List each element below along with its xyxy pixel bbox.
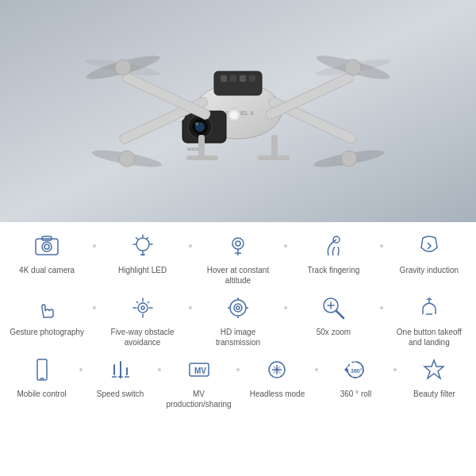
- svg-point-30: [119, 151, 135, 167]
- track-icon: [317, 230, 349, 262]
- feature-obstacle-label: Five-way obstacle avoidance: [103, 327, 182, 347]
- feature-takeoff: One button takeoff and landing: [390, 292, 469, 347]
- feature-track-label: Track fingering: [308, 265, 360, 275]
- feature-led: Highlight LED: [103, 230, 182, 275]
- features-grid: 4K dual camera Highlight LED Hover at co…: [0, 222, 476, 420]
- feature-hd: HD image transmission: [198, 292, 278, 347]
- feature-gesture-label: Gesture photography: [10, 327, 84, 337]
- dot-8: [380, 306, 383, 309]
- feature-headless: Headless mode: [240, 354, 315, 399]
- svg-text:360°: 360°: [351, 368, 363, 374]
- svg-rect-2: [214, 71, 262, 95]
- features-row-1: 4K dual camera Highlight LED Hover at co…: [4, 230, 472, 286]
- feature-beauty-label: Beauty filter: [413, 389, 455, 399]
- svg-point-28: [115, 60, 131, 75]
- dot-5: [93, 306, 96, 309]
- feature-gesture: Gesture photography: [7, 292, 86, 337]
- svg-point-57: [230, 300, 246, 316]
- feature-4k-camera-label: 4K dual camera: [19, 265, 75, 275]
- svg-point-12: [195, 122, 198, 125]
- svg-rect-33: [271, 135, 278, 159]
- drone-hero-image: MODEL II WIDE: [0, 0, 476, 222]
- feature-hover-label: Hover at constant altitude: [198, 265, 278, 286]
- gravity-icon: [413, 230, 445, 262]
- feature-hd-label: HD image transmission: [198, 327, 278, 347]
- feature-led-label: Highlight LED: [118, 265, 167, 275]
- svg-point-51: [138, 303, 148, 313]
- feature-4k-camera: 4K dual camera: [7, 230, 86, 275]
- svg-rect-35: [258, 155, 290, 160]
- beauty-icon: [418, 354, 450, 386]
- roll360-icon: 360°: [340, 354, 371, 386]
- features-row-2: Gesture photography Five-way obstacle av…: [4, 292, 472, 347]
- dot-7: [284, 306, 287, 309]
- dot-4: [380, 244, 383, 248]
- svg-rect-4: [230, 75, 236, 82]
- svg-point-37: [42, 242, 52, 251]
- svg-point-52: [141, 306, 144, 309]
- dot-2: [189, 244, 192, 248]
- feature-roll360: 360° 360 ° roll: [318, 354, 393, 399]
- svg-line-61: [336, 311, 344, 318]
- svg-point-48: [232, 238, 244, 249]
- feature-zoom-label: 50x zoom: [317, 327, 351, 337]
- hover-icon: [222, 230, 254, 262]
- svg-point-58: [234, 304, 242, 312]
- headless-icon: [261, 354, 293, 386]
- svg-rect-5: [240, 75, 246, 82]
- feature-roll360-label: 360 ° roll: [340, 389, 372, 399]
- obstacle-icon: [127, 292, 159, 324]
- feature-headless-label: Headless mode: [250, 389, 305, 399]
- feature-mobile: Mobile control: [4, 354, 79, 399]
- feature-mobile-label: Mobile control: [17, 389, 66, 399]
- gesture-icon: [31, 292, 63, 324]
- features-row-3: Mobile control Speed switch MV MV produc…: [4, 354, 472, 409]
- svg-point-29: [345, 60, 361, 75]
- feature-hover: Hover at constant altitude: [198, 230, 278, 286]
- svg-marker-78: [424, 360, 443, 378]
- dot-3: [284, 244, 287, 248]
- dot-6: [189, 306, 192, 309]
- feature-speed-label: Speed switch: [97, 389, 144, 399]
- feature-speed: Speed switch: [83, 354, 158, 399]
- svg-point-49: [236, 241, 240, 246]
- hd-icon: [222, 292, 254, 324]
- svg-point-38: [44, 244, 49, 249]
- feature-takeoff-label: One button takeoff and landing: [390, 327, 469, 347]
- feature-gravity-label: Gravity induction: [400, 265, 459, 275]
- feature-mv: MV MV production/sharing: [161, 354, 236, 409]
- svg-line-45: [136, 238, 137, 240]
- svg-text:MV: MV: [194, 367, 206, 375]
- zoom-icon: [317, 292, 349, 324]
- takeoff-icon: [413, 292, 445, 324]
- svg-point-40: [136, 238, 149, 251]
- feature-obstacle: Five-way obstacle avoidance: [103, 292, 182, 347]
- dot-1: [93, 244, 96, 248]
- feature-track: Track fingering: [294, 230, 373, 275]
- camera-icon: [31, 230, 63, 262]
- feature-gravity: Gravity induction: [390, 230, 469, 275]
- svg-text:WIDE: WIDE: [187, 147, 200, 152]
- feature-beauty: Beauty filter: [397, 354, 472, 399]
- svg-rect-3: [221, 75, 227, 82]
- svg-point-59: [236, 306, 240, 309]
- led-icon: [127, 230, 159, 262]
- svg-marker-76: [344, 367, 347, 373]
- speed-icon: [105, 354, 136, 386]
- svg-point-17: [230, 111, 238, 119]
- svg-rect-32: [198, 135, 205, 159]
- svg-line-46: [146, 238, 148, 240]
- svg-rect-36: [36, 239, 58, 255]
- mobile-icon: [26, 354, 58, 386]
- svg-rect-6: [249, 75, 255, 82]
- feature-mv-label: MV production/sharing: [161, 389, 236, 409]
- svg-rect-34: [186, 155, 218, 160]
- mv-icon: MV: [183, 354, 215, 386]
- svg-rect-64: [37, 359, 47, 380]
- svg-point-31: [341, 151, 357, 167]
- feature-zoom: 50x zoom: [294, 292, 373, 337]
